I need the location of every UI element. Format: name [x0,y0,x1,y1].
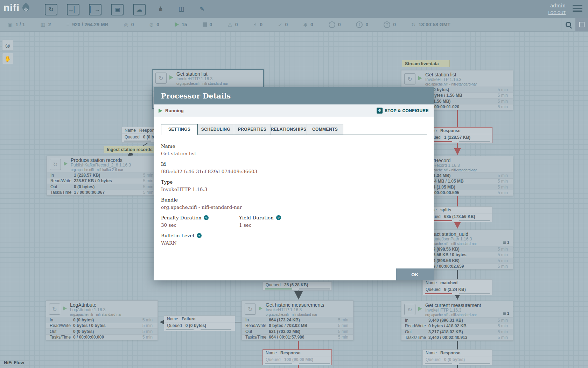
stat-period: 5 min [143,190,153,195]
connection-name-row: NameFailure [164,316,235,322]
remote-process-group-icon[interactable]: ☁ [133,4,146,15]
stat-period: 5 min [498,93,508,98]
stale-icon: ↑ [329,21,335,28]
field-type: Type InvokeHTTP 1.16.3 [161,179,427,192]
processor-bundle: org.apache.nifi - nifi-standard-nar [425,82,513,87]
tab-relationships[interactable]: RELATIONSHIPS [270,124,307,135]
queued-value: 25 (6.28 KB) [284,282,308,287]
stat-period: 5 min [498,99,508,104]
global-menu-icon[interactable] [573,5,582,13]
processor-log-attribute[interactable]: ↻LogAttributeLogAttribute 1.16.3org.apac… [46,300,158,340]
stat-row: In664 (173.24 KB)5 min [242,317,353,323]
status-item-not-transmitting: ⊘0 [149,22,159,27]
processor-icon[interactable]: ↻ [45,4,57,15]
processor-icon: ↻ [49,304,60,315]
canvas-label-stream-live-data[interactable]: Stream live-data [402,60,450,67]
stat-label: Read/Write [50,323,73,328]
status-value: 1 / 1 [15,22,25,27]
funnel-icon[interactable]: ⋔ [155,4,166,14]
stat-label: In [50,318,73,322]
processor-name: Get station list [176,71,263,77]
status-item-refresh[interactable]: ↻13:00:58 GMT [411,22,450,27]
stat-period: 5 min [498,87,508,92]
up-to-date-icon: ✓ [278,22,282,27]
queued-value: 0 (0 bytes) [186,323,206,328]
stat-value: 664 / 00:01:57.986 [269,335,338,340]
queue-count-bar [265,288,292,289]
processor-produce-station-records[interactable]: ↻Produce station recordsPublishKafkaReco… [47,156,159,196]
stat-value: 228.57 KB / 0 bytes [74,178,143,183]
help-icon[interactable]: ? [197,233,202,238]
processor-icon: ↻ [404,73,415,84]
search-button[interactable] [561,18,575,31]
connection-label-matched[interactable]: NamematchedQueued9 (2.24 KB) [422,279,492,295]
processor-type: LogAttribute 1.16.3 [70,308,158,313]
queue-size-bar [459,293,490,294]
connection-label-failure[interactable]: NameFailureQueued0 (0 bytes) [164,315,235,331]
label-icon[interactable]: ✎ [196,4,208,14]
connection-label-queued-25[interactable]: Queued25 (6.28 KB) [262,281,332,291]
stat-period: 5 min [498,185,508,190]
process-group-icon[interactable]: ▣ [111,4,124,15]
stat-period: 5 min [498,258,508,263]
stat-row: Out3,217 (418.02 KB)5 min [401,329,513,335]
run-status-label: Running [165,108,184,113]
name-value: Response [440,128,460,133]
logout-link[interactable]: LOG OUT [548,11,566,15]
stat-row: Out0 (0 bytes)5 min [46,328,158,334]
connection-label-response-bottom-right[interactable]: NameResponseQueued0 (0 bytes) [422,349,492,365]
operate-palette-button[interactable]: ✋ [2,53,13,64]
input-port-icon[interactable]: →▏ [67,4,79,15]
name-value: Response [280,350,300,355]
stat-row: Tasks/Time3,440 / 00:02:40.9135 min [401,335,513,341]
cluster-icon: ▣ [8,22,13,27]
processor-header: ↻Get historic measurementsInvokeHTTP 1.1… [242,301,353,317]
status-item-invalid: ⚠0 [227,22,238,27]
queued-key: Queued [167,323,182,328]
stat-period: 5 min [143,178,153,183]
status-item-locally-modified-stale: !0 [356,21,368,28]
queue-bars [423,293,492,295]
template-icon[interactable]: ◫ [176,4,187,14]
queued-value: 100 (90.08 MB) [284,357,313,362]
stat-row: Read/Write0 bytes / 418.02 KB5 min [401,323,513,329]
stat-period: 5 min [142,329,153,334]
tab-properties[interactable]: PROPERTIES [234,124,271,135]
panel-toggle-button[interactable] [575,18,588,31]
stat-value: 6 (1.56 MB) [428,99,498,104]
search-icon [566,22,571,27]
user-area: admin LOG OUT [548,2,566,15]
stat-value: 649 / 00:00:02.659 [428,264,498,269]
processor-get-historic-measurements[interactable]: ↻Get historic measurementsInvokeHTTP 1.1… [241,300,354,340]
queue-size-bar [459,220,490,221]
queue-size-bar [201,329,231,330]
connection-label-response-bottom-center[interactable]: NameResponseQueued100 (90.08 MB) [262,349,332,365]
stat-value: 649 (898.56 KB) [428,247,498,252]
tab-settings[interactable]: SETTINGS [161,124,198,135]
tab-scheduling[interactable]: SCHEDULING [197,124,234,135]
help-icon[interactable]: ? [204,215,209,220]
connection-name-row: NameResponse [263,350,331,356]
stat-label: In [405,318,428,323]
status-item-queued: ≡920 / 264.29 MB [66,22,108,27]
run-state-icon [63,306,67,311]
ok-button[interactable]: OK [396,268,434,280]
processor-type: PublishKafkaRecord_2_6 1.16.3 [71,163,158,168]
tab-comments[interactable]: COMMENTS [307,124,343,135]
output-port-icon[interactable]: ▏→ [89,4,102,15]
breadcrumb[interactable]: NiFi Flow [4,360,24,365]
stop-and-configure-button[interactable]: ⚙ STOP & CONFIGURE [377,108,429,114]
version-badge: ▦1 [503,240,509,244]
navigate-palette-button[interactable]: ◎ [2,40,13,51]
processor-get-current-measurement[interactable]: ↻Get current measurementInvokeHTTP 1.16.… [401,301,513,341]
stat-value: 0 bytes / 1.56 MB [428,93,498,98]
name-key: Name [125,128,136,133]
canvas-label-ingest-station-records[interactable]: Ingest station records [104,146,156,153]
stat-period: 5 min [498,252,508,257]
stat-label: Tasks/Time [50,335,73,340]
stat-period: 5 min [143,184,153,189]
help-icon[interactable]: ? [276,215,281,220]
queue-count-bar [425,293,452,294]
connection-queued-row: Queued100 (90.08 MB) [263,356,331,363]
status-value: 0 [210,22,212,27]
